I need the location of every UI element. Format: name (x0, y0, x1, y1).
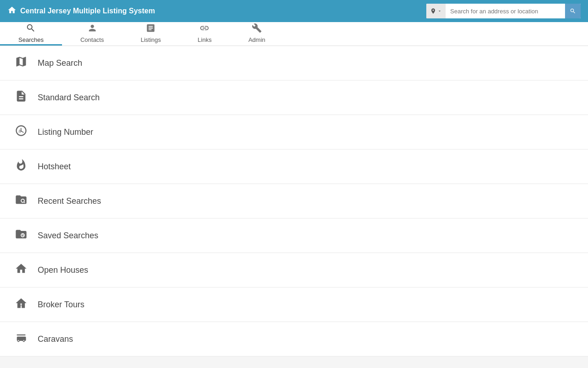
map-search-label: Map Search (38, 58, 82, 68)
address-search-input[interactable] (446, 5, 565, 17)
tab-listings[interactable]: Listings (122, 22, 179, 46)
tab-searches[interactable]: Searches (0, 22, 62, 46)
saved-searches-label: Saved Searches (38, 231, 98, 241)
tab-searches-label: Searches (18, 36, 44, 43)
location-pin-button[interactable] (426, 4, 446, 18)
listings-icon (146, 23, 156, 35)
menu-item-listing-number[interactable]: # Listing Number (0, 115, 588, 150)
standard-search-icon (14, 90, 28, 105)
tab-admin-label: Admin (249, 36, 266, 43)
caravans-icon (14, 331, 28, 347)
open-houses-label: Open Houses (38, 265, 88, 275)
menu-item-open-houses[interactable]: Open Houses (0, 253, 588, 288)
saved-searches-icon (14, 228, 28, 243)
header: Central Jersey Multiple Listing System (0, 0, 588, 22)
nav-tabs: Searches Contacts Listings Links (0, 22, 588, 46)
tab-admin[interactable]: Admin (230, 22, 284, 46)
menu-item-broker-tours[interactable]: Broker Tours (0, 288, 588, 322)
hotsheet-label: Hotsheet (38, 162, 71, 172)
recent-searches-label: Recent Searches (38, 196, 101, 206)
search-submit-button[interactable] (565, 4, 581, 18)
home-icon (7, 6, 17, 17)
app-title: Central Jersey Multiple Listing System (20, 7, 155, 15)
address-search-wrapper (426, 4, 581, 18)
searches-icon (26, 23, 36, 35)
broker-tours-icon (14, 297, 28, 312)
menu-item-hotsheet[interactable]: Hotsheet (0, 150, 588, 184)
map-search-icon (14, 55, 28, 71)
menu-list: Map Search Standard Search # Listing Num… (0, 46, 588, 356)
contacts-icon (87, 23, 97, 35)
tab-contacts-label: Contacts (80, 36, 104, 43)
standard-search-label: Standard Search (38, 93, 100, 103)
links-icon (199, 23, 209, 35)
footer: All information herein has not been veri… (0, 366, 588, 368)
caravans-label: Caravans (38, 334, 73, 344)
svg-text:#: # (18, 128, 22, 134)
menu-item-caravans[interactable]: Caravans (0, 322, 588, 356)
broker-tours-label: Broker Tours (38, 300, 85, 310)
recent-searches-icon (14, 193, 28, 209)
admin-icon (252, 23, 262, 35)
menu-item-map-search[interactable]: Map Search (0, 46, 588, 80)
tab-contacts[interactable]: Contacts (62, 22, 122, 46)
listing-number-label: Listing Number (38, 127, 93, 137)
menu-item-recent-searches[interactable]: Recent Searches (0, 184, 588, 218)
menu-item-saved-searches[interactable]: Saved Searches (0, 218, 588, 253)
listing-number-icon: # (14, 124, 28, 140)
tab-links[interactable]: Links (179, 22, 230, 46)
menu-item-standard-search[interactable]: Standard Search (0, 80, 588, 115)
svg-line-4 (23, 235, 24, 236)
tab-links-label: Links (198, 36, 211, 43)
header-logo-area: Central Jersey Multiple Listing System (7, 6, 426, 17)
tab-listings-label: Listings (141, 36, 161, 43)
open-houses-icon (14, 262, 28, 278)
hotsheet-icon (14, 159, 28, 174)
header-search-area (426, 4, 581, 18)
